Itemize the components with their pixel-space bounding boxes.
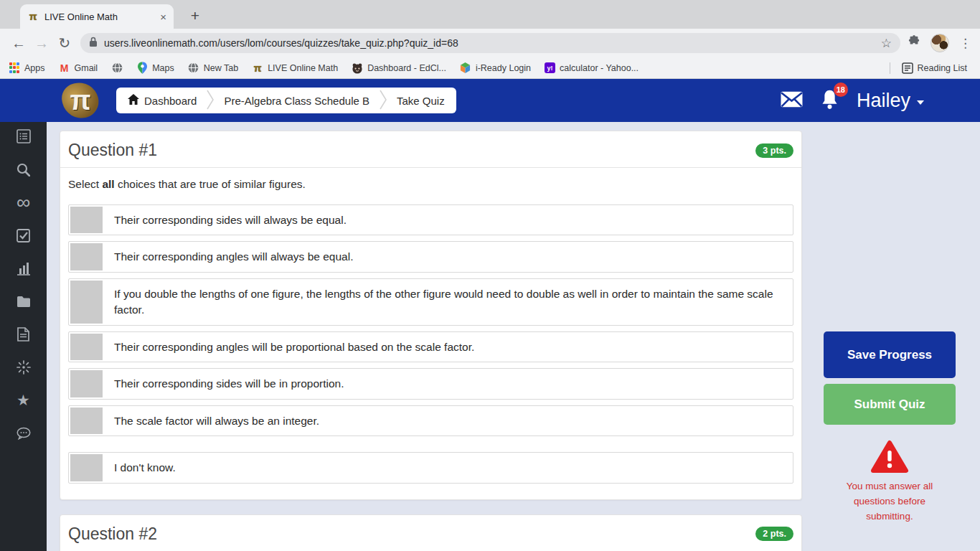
choice-label: Their corresponding sides will always be… [104, 205, 357, 235]
tab-close-icon[interactable]: × [160, 11, 166, 23]
user-menu[interactable]: Hailey [857, 90, 924, 112]
question-1-prompt: Select all choices that are true of simi… [68, 178, 793, 191]
breadcrumb-dashboard[interactable]: Dashboard [128, 94, 197, 107]
notifications-bell-icon[interactable]: 18 [820, 89, 839, 113]
bookmark-iready-login[interactable]: i-Ready Login [460, 62, 531, 74]
star-icon[interactable]: ★ [17, 393, 31, 408]
bookmark-apps[interactable]: Apps [9, 62, 45, 74]
submit-quiz-label: Submit Quiz [854, 397, 925, 412]
document-icon[interactable] [17, 327, 31, 342]
url-text: users.liveonlinemath.com/users/lom/cours… [104, 37, 875, 49]
toolbar-right: ⋮ [908, 34, 971, 52]
bookmark-maps[interactable]: Maps [136, 62, 174, 74]
save-progress-label: Save Progress [847, 348, 932, 362]
bookmark-label: Maps [152, 63, 174, 73]
bookmark-globe[interactable] [111, 62, 123, 74]
profile-avatar[interactable] [930, 34, 949, 52]
infinity-icon[interactable]: ∞ [17, 195, 31, 209]
header-right: 18 Hailey [781, 89, 924, 113]
content-area: ∞ ★ Question #1 3 pts. S [0, 122, 980, 551]
bar-chart-icon[interactable] [17, 261, 31, 276]
user-name: Hailey [857, 90, 910, 112]
site-favicon-icon: π [27, 11, 39, 22]
bookmark-new-tab[interactable]: New Tab [188, 62, 238, 74]
bookmark-gmail[interactable]: M Gmail [59, 62, 98, 74]
choice-checkbox[interactable] [70, 454, 103, 481]
choice-row[interactable]: If you double the lengths of one figure,… [68, 278, 793, 326]
home-icon [128, 94, 139, 107]
globe-icon [188, 62, 199, 74]
reading-list-icon [902, 62, 913, 74]
apps-grid-icon [9, 62, 20, 74]
choice-checkbox[interactable] [70, 281, 103, 324]
tab-title: LIVE Online Math [44, 11, 154, 22]
site-logo[interactable]: π [60, 80, 100, 121]
prompt-text: choices that are true of similar figures… [115, 178, 306, 190]
chevron-right-icon [379, 88, 387, 114]
reading-list-button[interactable]: Reading List [902, 62, 968, 74]
sparkle-burst-icon[interactable] [17, 360, 31, 375]
choice-label: I don't know. [104, 453, 186, 482]
extensions-puzzle-icon[interactable] [908, 35, 920, 51]
breadcrumb-class-schedule[interactable]: Pre-Algebra Class Schedule B [224, 95, 369, 107]
browser-tabstrip: π LIVE Online Math × + [0, 0, 980, 29]
mail-icon[interactable] [781, 91, 803, 110]
prompt-bold-text: all [102, 178, 114, 190]
submit-quiz-button[interactable]: Submit Quiz [824, 384, 956, 425]
bookmarks-bar: Apps M Gmail Maps New Tab π LIVE Online … [0, 57, 980, 79]
chevron-down-icon [917, 100, 924, 105]
choice-row[interactable]: I don't know. [68, 452, 793, 483]
question-2-title: Question #2 [68, 524, 157, 544]
bookmark-live-online-math[interactable]: π LIVE Online Math [252, 62, 338, 74]
choice-row[interactable]: Their corresponding sides will be in pro… [68, 368, 793, 399]
choice-checkbox[interactable] [70, 243, 103, 270]
address-bar[interactable]: users.liveonlinemath.com/users/lom/cours… [80, 33, 900, 53]
choice-checkbox[interactable] [70, 370, 103, 397]
question-1-header: Question #1 3 pts. [60, 131, 801, 167]
breadcrumb-label: Take Quiz [397, 95, 445, 107]
yahoo-icon: y! [545, 62, 555, 73]
back-icon[interactable]: ← [7, 35, 30, 52]
browser-toolbar: ← → ↻ users.liveonlinemath.com/users/lom… [0, 29, 980, 57]
list-icon[interactable] [17, 129, 31, 143]
maps-pin-icon [136, 62, 148, 74]
bookmark-edclub-dashboard[interactable]: Dashboard - EdCl... [352, 62, 446, 74]
search-icon[interactable] [17, 162, 31, 176]
question-2-points-badge: 2 pts. [755, 527, 793, 541]
bookmark-yahoo-calculator[interactable]: y! calculator - Yahoo... [545, 62, 639, 73]
prompt-text: Select [68, 178, 102, 190]
bookmarks-divider [890, 62, 890, 74]
choice-label: The scale factor will always be an integ… [104, 406, 329, 435]
question-1-title: Question #1 [68, 141, 157, 160]
question-card-2: Question #2 2 pts. [60, 514, 802, 551]
globe-icon [111, 62, 123, 74]
chat-bubble-icon[interactable] [17, 426, 31, 441]
bookmark-star-icon[interactable]: ☆ [881, 36, 892, 51]
choice-row[interactable]: Their corresponding sides will always be… [68, 204, 793, 235]
choice-row[interactable]: Their corresponding angles will always b… [68, 241, 793, 272]
checkbox-check-icon[interactable] [17, 228, 31, 242]
save-progress-button[interactable]: Save Progress [824, 331, 956, 378]
browser-tab[interactable]: π LIVE Online Math × [20, 4, 174, 29]
site-header: π Dashboard Pre-Algebra Class Schedule B… [0, 79, 980, 122]
folder-icon[interactable] [17, 294, 31, 309]
breadcrumb-label: Dashboard [144, 95, 197, 107]
choice-label: Their corresponding sides will be in pro… [104, 369, 354, 398]
breadcrumb-take-quiz[interactable]: Take Quiz [397, 95, 445, 107]
warning-triangle-icon [870, 464, 909, 476]
breadcrumb-label: Pre-Algebra Class Schedule B [224, 95, 369, 107]
bookmark-label: New Tab [204, 63, 238, 73]
choice-row[interactable]: Their corresponding angles will be propo… [68, 331, 793, 362]
choice-checkbox[interactable] [70, 207, 103, 233]
forward-icon[interactable]: → [30, 35, 53, 52]
new-tab-button[interactable]: + [185, 6, 205, 26]
breadcrumb: Dashboard Pre-Algebra Class Schedule B T… [116, 88, 456, 113]
notification-count-badge: 18 [834, 83, 848, 97]
reload-icon[interactable]: ↻ [53, 34, 76, 52]
choice-checkbox[interactable] [70, 334, 103, 360]
choice-row[interactable]: The scale factor will always be an integ… [68, 405, 793, 436]
browser-menu-icon[interactable]: ⋮ [959, 36, 971, 51]
choice-checkbox[interactable] [70, 408, 103, 434]
lock-icon [89, 37, 98, 50]
question-card-1: Question #1 3 pts. Select all choices th… [60, 131, 802, 500]
